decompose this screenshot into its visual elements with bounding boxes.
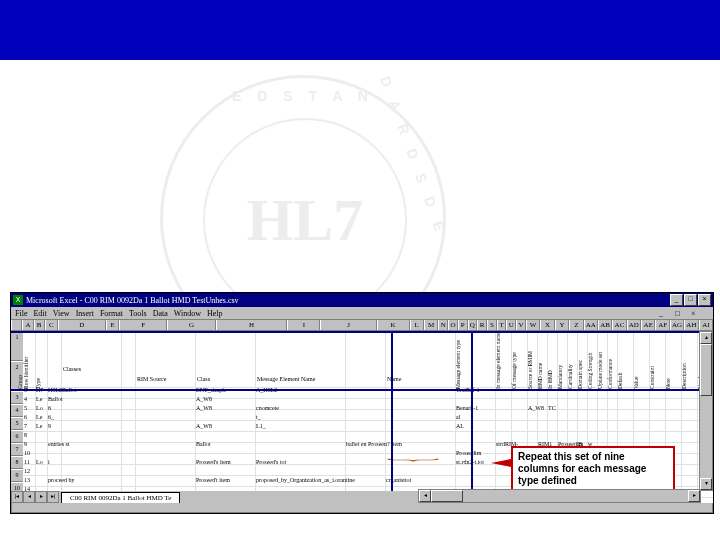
menu-insert[interactable]: Insert xyxy=(76,309,94,318)
col-header-V[interactable]: V xyxy=(516,320,526,330)
col-header-M[interactable]: M xyxy=(424,320,438,330)
col-header-J[interactable]: J xyxy=(320,320,376,330)
cell[interactable]: cnomcete xyxy=(256,405,279,411)
cell[interactable]: 11 xyxy=(24,459,30,465)
cell[interactable]: TC xyxy=(548,405,556,411)
cell[interactable]: Le xyxy=(36,396,42,402)
col-header-AF[interactable]: AF xyxy=(655,320,669,330)
scroll-down-icon[interactable]: ▾ xyxy=(700,478,712,490)
horizontal-scrollbar[interactable]: ◂ ▸ xyxy=(418,489,701,503)
cell[interactable]: Proseed's tot xyxy=(256,459,286,465)
cell[interactable]: Benark-1 xyxy=(456,405,478,411)
col-header-D[interactable]: D xyxy=(58,320,106,330)
cell[interactable]: 13 xyxy=(24,477,30,483)
cell[interactable]: 4 xyxy=(24,396,27,402)
col-header-X[interactable]: X xyxy=(540,320,554,330)
cell[interactable]: i xyxy=(48,459,50,465)
cell[interactable]: st.rdn2-t.tot xyxy=(456,459,484,465)
col-header-AE[interactable]: AE xyxy=(641,320,655,330)
maximize-button[interactable]: □ xyxy=(684,294,697,306)
tab-nav-next[interactable]: ▸ xyxy=(35,491,47,503)
cell[interactable]: 10 xyxy=(24,450,30,456)
hscroll-thumb[interactable] xyxy=(431,490,463,502)
col-header-W[interactable]: W xyxy=(526,320,540,330)
scroll-up-icon[interactable]: ▴ xyxy=(700,332,712,344)
row-header-6[interactable]: 6 xyxy=(11,430,23,443)
cell[interactable]: Ballot xyxy=(48,396,63,402)
cell[interactable]: 8 xyxy=(24,432,27,438)
cell[interactable]: Proseed't item xyxy=(196,477,230,483)
cell[interactable]: L1_ xyxy=(256,423,266,429)
col-header-B[interactable]: B xyxy=(34,320,45,330)
row-header-3[interactable]: 3 xyxy=(11,391,23,404)
col-header-P[interactable]: P xyxy=(458,320,468,330)
sheet-tab-active[interactable]: C00 RIM 0092Da 1 Ballot HMD Te xyxy=(61,492,180,503)
col-header-AI[interactable]: AI xyxy=(699,320,713,330)
cell[interactable]: Le xyxy=(36,423,42,429)
cell[interactable]: t_ xyxy=(256,414,261,420)
cell[interactable]: 5 xyxy=(24,405,27,411)
cell[interactable]: proposed_by_Organization_as_i.orantine xyxy=(256,477,355,483)
col-header-G[interactable]: G xyxy=(167,320,215,330)
menu-window[interactable]: Window xyxy=(174,309,201,318)
col-header-AA[interactable]: AA xyxy=(584,320,598,330)
col-header-A[interactable]: A xyxy=(22,320,33,330)
mdi-close-button[interactable]: × xyxy=(691,309,701,318)
cell[interactable]: A_W8 xyxy=(528,405,544,411)
col-header-S[interactable]: S xyxy=(487,320,497,330)
mdi-minimize-button[interactable]: _ xyxy=(659,309,669,318)
worksheet-area[interactable]: 1234567891011121314 Row IdentifierTypeMe… xyxy=(11,331,713,503)
cell[interactable]: Proseed's item xyxy=(196,459,231,465)
menu-file[interactable]: File xyxy=(15,309,27,318)
col-header-AB[interactable]: AB xyxy=(598,320,612,330)
cell[interactable]: 6_ xyxy=(48,414,54,420)
cell[interactable]: 9 xyxy=(48,423,51,429)
menu-edit[interactable]: Edit xyxy=(33,309,46,318)
col-header-Z[interactable]: Z xyxy=(569,320,583,330)
col-header-T[interactable]: T xyxy=(497,320,507,330)
row-header-8[interactable]: 8 xyxy=(11,456,23,469)
col-header-AD[interactable]: AD xyxy=(627,320,641,330)
cell[interactable]: 9 xyxy=(24,441,27,447)
menu-format[interactable]: Format xyxy=(100,309,123,318)
col-header-C[interactable]: C xyxy=(45,320,58,330)
col-header-corner[interactable] xyxy=(11,320,22,330)
menu-data[interactable]: Data xyxy=(153,309,168,318)
menu-view[interactable]: View xyxy=(53,309,70,318)
col-header-I[interactable]: I xyxy=(287,320,320,330)
cell[interactable]: proceed by xyxy=(48,477,75,483)
col-header-Y[interactable]: Y xyxy=(555,320,569,330)
cell[interactable]: AL xyxy=(456,423,464,429)
cell[interactable]: A_W8 xyxy=(196,396,212,402)
cell[interactable]: 12 xyxy=(24,468,30,474)
mdi-maximize-button[interactable]: □ xyxy=(675,309,685,318)
row-header-5[interactable]: 5 xyxy=(11,417,23,430)
row-header-4[interactable]: 4 xyxy=(11,404,23,417)
cell[interactable]: Lo xyxy=(36,405,43,411)
tab-nav-last[interactable]: ▸| xyxy=(47,491,59,503)
col-header-AH[interactable]: AH xyxy=(684,320,698,330)
minimize-button[interactable]: _ xyxy=(670,294,683,306)
col-header-N[interactable]: N xyxy=(438,320,448,330)
cell[interactable]: Ballot xyxy=(196,441,211,447)
col-header-R[interactable]: R xyxy=(477,320,487,330)
cell[interactable]: 6 xyxy=(48,405,51,411)
cell[interactable]: 7 xyxy=(24,423,27,429)
col-header-K[interactable]: K xyxy=(377,320,410,330)
cell[interactable]: 6 xyxy=(24,414,27,420)
cell[interactable]: crganisttot xyxy=(386,477,411,483)
cell[interactable]: entries st xyxy=(48,441,70,447)
cell[interactable]: al xyxy=(456,414,460,420)
col-header-E[interactable]: E xyxy=(106,320,119,330)
tab-nav-first[interactable]: |◂ xyxy=(11,491,23,503)
col-header-U[interactable]: U xyxy=(506,320,516,330)
scroll-right-icon[interactable]: ▸ xyxy=(688,490,700,502)
cell[interactable]: A_W8 xyxy=(196,405,212,411)
cell[interactable]: Proseedim xyxy=(456,450,481,456)
titlebar[interactable]: X Microsoft Excel - C00 RIM 0092Da 1 Bal… xyxy=(11,293,713,307)
col-header-H[interactable]: H xyxy=(216,320,288,330)
menu-tools[interactable]: Tools xyxy=(129,309,147,318)
vertical-scrollbar[interactable]: ▴ ▾ xyxy=(699,331,713,491)
close-button[interactable]: × xyxy=(698,294,711,306)
row-header-7[interactable]: 7 xyxy=(11,443,23,456)
